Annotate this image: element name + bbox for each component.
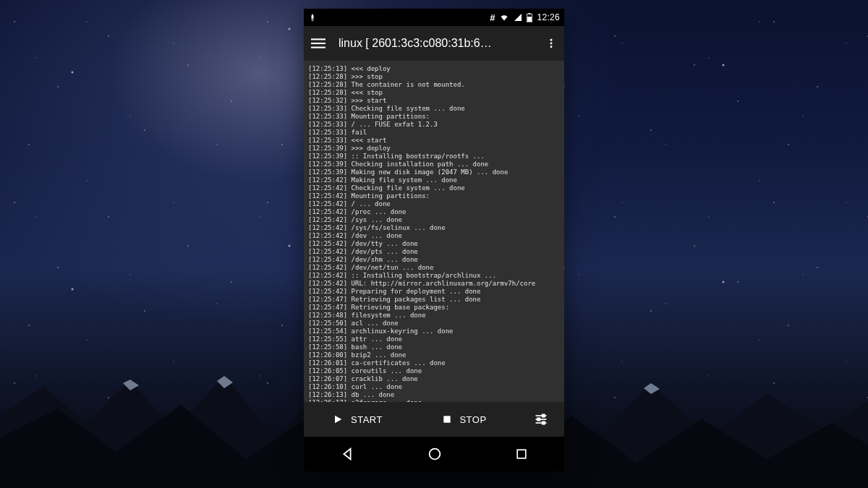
android-status-bar: # 12:26 [304, 9, 564, 26]
notification-icon [308, 13, 317, 22]
wifi-icon [499, 13, 509, 22]
stop-button[interactable]: STOP [411, 402, 518, 437]
cell-signal-icon [514, 13, 522, 22]
svg-rect-5 [311, 47, 326, 48]
svg-point-6 [550, 39, 553, 41]
svg-point-19 [430, 449, 441, 460]
app-toolbar: linux [ 2601:3c3:c080:31b:6… [304, 26, 564, 61]
play-icon [332, 414, 344, 425]
overflow-menu-icon[interactable] [545, 36, 557, 51]
start-label: START [351, 414, 383, 425]
status-clock: 12:26 [537, 12, 560, 22]
root-icon: # [490, 12, 495, 23]
stop-label: STOP [459, 414, 486, 425]
battery-icon [527, 13, 532, 22]
stop-icon [442, 414, 452, 424]
android-phone-frame: # 12:26 linux [ 2601:3c3:c080:31b:6… [304, 9, 564, 471]
svg-rect-3 [311, 38, 326, 40]
svg-point-8 [550, 46, 553, 48]
tune-icon [534, 412, 548, 427]
menu-icon[interactable] [311, 36, 326, 51]
settings-button[interactable] [518, 402, 564, 437]
svg-rect-1 [529, 13, 531, 14]
nav-back-button[interactable] [339, 446, 355, 462]
nav-home-button[interactable] [427, 446, 443, 462]
nav-recent-button[interactable] [514, 447, 529, 461]
svg-rect-4 [311, 43, 326, 44]
svg-rect-9 [444, 416, 451, 422]
desktop-wallpaper: # 12:26 linux [ 2601:3c3:c080:31b:6… [0, 0, 868, 488]
android-nav-bar [304, 437, 564, 471]
svg-rect-2 [528, 17, 532, 22]
svg-rect-20 [517, 450, 526, 458]
start-button[interactable]: START [304, 402, 411, 437]
terminal-output[interactable]: [12:25:13] <<< deploy [12:25:28] >>> sto… [304, 61, 564, 402]
svg-point-7 [550, 43, 553, 45]
app-title: linux [ 2601:3c3:c080:31b:6… [339, 37, 532, 50]
app-bottom-bar: START STOP [304, 402, 564, 437]
